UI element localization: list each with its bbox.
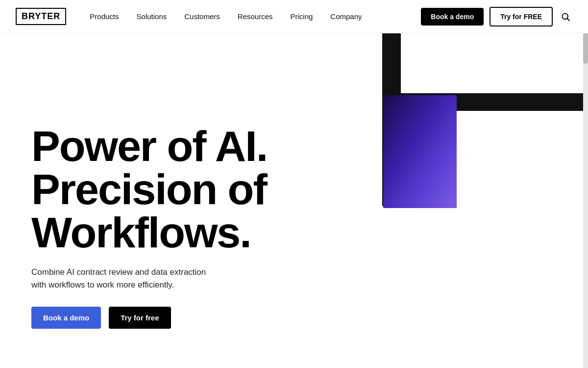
- hero-heading-line1: Power of AI.: [31, 122, 267, 170]
- nav-solutions[interactable]: Solutions: [137, 12, 167, 21]
- nav-actions: Book a demo Try for FREE: [421, 7, 572, 26]
- svg-rect-4: [383, 95, 457, 208]
- nav-book-demo-button[interactable]: Book a demo: [421, 8, 484, 26]
- nav-links: Products Solutions Customers Resources P…: [90, 12, 421, 21]
- logo[interactable]: BRYTER: [16, 8, 66, 25]
- search-icon: [561, 12, 570, 22]
- hero-heading-line2: Precision of: [31, 165, 267, 213]
- nav-customers[interactable]: Customers: [184, 12, 220, 21]
- nav-try-free-button[interactable]: Try for FREE: [490, 7, 553, 26]
- nav-company[interactable]: Company: [330, 12, 362, 21]
- nav-pricing[interactable]: Pricing: [291, 12, 313, 21]
- hero-content: Power of AI. Precision of Workflows. Com…: [31, 125, 267, 329]
- hero-subtext: Combine AI contract review and data extr…: [31, 266, 218, 291]
- scrollbar[interactable]: [583, 0, 588, 368]
- hero-heading-line3: Workflows.: [31, 208, 251, 257]
- hero-book-demo-button[interactable]: Book a demo: [31, 307, 101, 329]
- hero-try-free-button[interactable]: Try for free: [109, 307, 171, 329]
- nav-resources[interactable]: Resources: [238, 12, 273, 21]
- hero-decoration: [245, 0, 588, 368]
- nav-products[interactable]: Products: [90, 12, 119, 21]
- hero-section: Power of AI. Precision of Workflows. Com…: [0, 0, 588, 368]
- search-button[interactable]: [559, 10, 572, 24]
- hero-cta-buttons: Book a demo Try for free: [31, 307, 267, 329]
- svg-line-1: [567, 18, 570, 21]
- navigation: BRYTER Products Solutions Customers Reso…: [0, 0, 588, 33]
- svg-rect-3: [382, 93, 588, 111]
- hero-heading: Power of AI. Precision of Workflows.: [31, 125, 267, 254]
